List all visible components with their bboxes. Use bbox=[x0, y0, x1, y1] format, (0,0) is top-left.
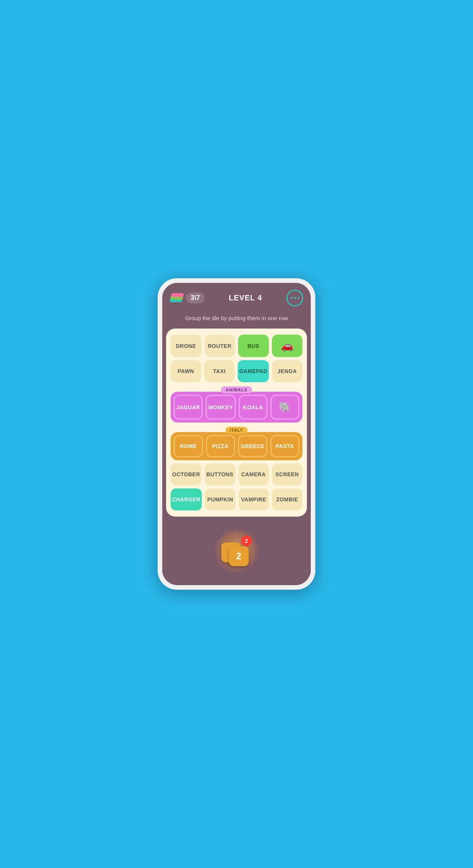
instructions: Group the tile by putting them in one ro… bbox=[162, 311, 311, 329]
tile-elephant[interactable]: 🐘 bbox=[270, 395, 299, 420]
tile-taxi[interactable]: TAXI bbox=[204, 360, 235, 382]
tile-koala[interactable]: KOALA bbox=[239, 395, 268, 420]
score-tile-2: 2 bbox=[229, 546, 249, 566]
animals-group: ANIMALS JAGUAR MONKEY KOALA 🐘 bbox=[171, 386, 302, 423]
tile-router[interactable]: ROUTER bbox=[205, 335, 235, 357]
level-title: LEVEL 4 bbox=[229, 294, 262, 302]
tile-buttons[interactable]: BUTTONS bbox=[205, 463, 235, 485]
elephant-icon: 🐘 bbox=[279, 401, 291, 413]
tile-gamepad[interactable]: GAMEPAD bbox=[238, 360, 269, 382]
tile-camera[interactable]: CAMERA bbox=[238, 463, 269, 485]
tile-jaguar[interactable]: JAGUAR bbox=[174, 395, 203, 420]
tile-charger[interactable]: CHARGER bbox=[171, 488, 202, 511]
menu-button[interactable] bbox=[286, 290, 303, 306]
score-display: 3\7 bbox=[186, 292, 205, 303]
score-tiles: 1 2 2 bbox=[221, 536, 252, 566]
tile-vampire[interactable]: VAMPIRE bbox=[238, 488, 269, 511]
animals-label-row: ANIMALS bbox=[171, 386, 302, 393]
header: 3\7 LEVEL 4 bbox=[162, 283, 311, 311]
italy-label: ITALY bbox=[225, 427, 248, 434]
layers-icon bbox=[170, 292, 184, 304]
tile-screen[interactable]: SCREEN bbox=[272, 463, 302, 485]
dots-icon bbox=[291, 297, 299, 299]
tile-october[interactable]: OCTOBER bbox=[171, 463, 201, 485]
tile-row-5: OCTOBER BUTTONS CAMERA SCREEN bbox=[171, 463, 302, 485]
tile-row-1: DRONE ROUTER BUS 🚗 bbox=[171, 335, 302, 357]
tile-drone[interactable]: DRONE bbox=[171, 335, 201, 357]
italy-label-row: ITALY bbox=[171, 426, 302, 434]
italy-group: ITALY ROME PIZZA GREECE PASTA bbox=[171, 426, 302, 460]
italy-row: ROME PIZZA GREECE PASTA bbox=[171, 432, 302, 460]
tile-pizza[interactable]: PIZZA bbox=[206, 435, 235, 457]
animals-row: JAGUAR MONKEY KOALA 🐘 bbox=[171, 392, 302, 423]
phone-inner: 3\7 LEVEL 4 Group the tile by putting th… bbox=[162, 283, 311, 586]
tile-bus[interactable]: BUS bbox=[238, 335, 269, 357]
tile-monkey[interactable]: MONKEY bbox=[206, 395, 235, 420]
car-icon: 🚗 bbox=[281, 340, 294, 352]
game-board: DRONE ROUTER BUS 🚗 PAWN TAXI GAMEPAD JEN… bbox=[166, 329, 307, 517]
tile-rome[interactable]: ROME bbox=[174, 435, 203, 457]
tile-pawn[interactable]: PAWN bbox=[171, 360, 201, 382]
tile-car[interactable]: 🚗 bbox=[272, 335, 303, 357]
score-badge: 3\7 bbox=[170, 292, 205, 304]
animals-label: ANIMALS bbox=[221, 386, 252, 393]
score-tile-container: 1 2 2 bbox=[221, 536, 252, 566]
tile-pasta[interactable]: PASTA bbox=[270, 435, 300, 457]
tile-zombie[interactable]: ZOMBIE bbox=[272, 488, 302, 511]
score-badge-count: 2 bbox=[241, 536, 252, 546]
phone-shell: 3\7 LEVEL 4 Group the tile by putting th… bbox=[158, 278, 315, 590]
tile-greece[interactable]: GREECE bbox=[238, 435, 267, 457]
layer-top-icon bbox=[171, 293, 184, 297]
tile-jenga[interactable]: JENGA bbox=[272, 360, 302, 382]
bottom-area: 1 2 2 bbox=[162, 517, 311, 585]
tile-row-6: CHARGER PUMPKIN VAMPIRE ZOMBIE bbox=[171, 488, 302, 511]
tile-row-2: PAWN TAXI GAMEPAD JENGA bbox=[171, 360, 302, 382]
tile-pumpkin[interactable]: PUMPKIN bbox=[205, 488, 235, 511]
